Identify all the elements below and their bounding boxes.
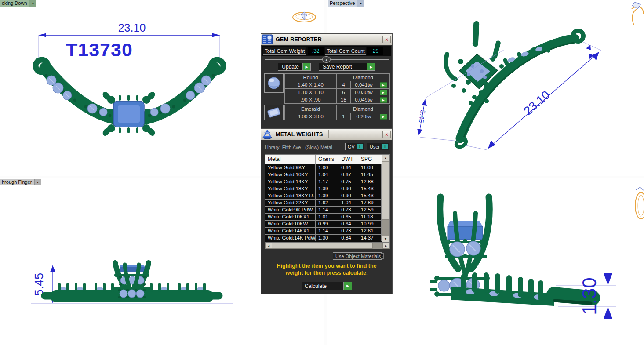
table-row[interactable]: Yellow Gold:22KY1.62 1.0417.89 (265, 199, 382, 206)
collapse-icon[interactable]: ▲ (322, 56, 331, 63)
metal-weights-panel: METAL WEIGHTS × Library: Fifth Ave - (Sl… (261, 128, 393, 294)
viewport-label-looking-down[interactable]: oking Down ▼ (0, 0, 36, 7)
pendant-closeup-view (430, 197, 593, 306)
gem-row[interactable]: 1.10 X 1.10 6 0.030tw ▶ (285, 89, 389, 96)
viewport-bottom-right-render[interactable]: 1.30 (413, 189, 644, 338)
column-header-grams[interactable]: Grams (316, 155, 338, 164)
instruction-text: Highlight the item you want to find the … (267, 262, 386, 276)
table-row[interactable]: White Gold:10KW0.99 0.6410.99 (265, 220, 382, 227)
gem-size: 1.40 X 1.40 (285, 81, 337, 88)
gem-row[interactable]: .90 X .90 18 0.049tw ▶ (285, 96, 389, 103)
pendant-side-view (45, 263, 219, 302)
scroll-right-icon[interactable]: ► (382, 243, 389, 249)
gem-weight: 0.049tw (351, 96, 377, 103)
save-report-button[interactable]: Save Report ▶ (319, 63, 375, 71)
gem-count: 18 (337, 96, 351, 103)
column-header-spg[interactable]: SPG (358, 155, 382, 164)
collapse-divider: ▲ (265, 59, 389, 60)
close-icon[interactable]: × (382, 36, 391, 43)
viewport-top-left-render[interactable]: 23.10 T13730 (26, 22, 246, 141)
dimension-text-thickness: 1.30 (579, 277, 600, 315)
table-row[interactable]: Yellow Gold:9KY1.00 0.6411.08 (265, 164, 382, 171)
total-gem-count-value: 29 (367, 47, 383, 55)
gem-row-action-button[interactable]: ▶ (380, 97, 387, 103)
panel-title: GEM REPORTER (274, 36, 322, 43)
table-row[interactable]: Yellow Gold:10KY1.04 0.6711.45 (265, 171, 382, 178)
chevron-down-icon[interactable]: ▼ (357, 0, 364, 7)
total-gem-weight-label: Total Gem Weight (263, 47, 306, 55)
play-icon: ▶ (343, 282, 352, 290)
calculate-button[interactable]: Calculate ▶ (302, 282, 352, 290)
titlebar-divider (327, 35, 327, 44)
scroll-up-icon[interactable]: ▲ (382, 155, 389, 161)
use-object-materials-label: Use Object Materials (333, 254, 381, 259)
gem-shape: Emerald (285, 105, 337, 113)
gem-group-header: Emerald Diamond (285, 105, 389, 113)
dimension-text-height: 5.45 (418, 109, 427, 123)
gem-row[interactable]: 1.40 X 1.40 4 0.041tw ▶ (285, 81, 389, 89)
wireframe-ring-icon (291, 10, 317, 24)
panel-title: METAL WEIGHTS (274, 131, 323, 138)
scroll-down-icon[interactable]: ▼ (382, 236, 389, 242)
table-row[interactable]: White Gold:10KX11.01 0.6511.18 (265, 213, 382, 220)
gem-reporter-titlebar[interactable]: GEM REPORTER × (261, 34, 392, 45)
cad-app-canvas: oking Down ▼ Perspective ▼ hrough Finger… (0, 0, 644, 345)
gem-type: Diamond (337, 105, 389, 113)
viewport-top-right-render[interactable]: 23.10 5.45 (411, 9, 644, 158)
scrollbar-thumb[interactable] (272, 243, 373, 249)
gem-reporter-panel: GEM REPORTER × Total Gem Weight .32 Tota… (261, 33, 393, 128)
gem-row[interactable]: 4.00 X 3.00 1 0.20tw ▶ (285, 113, 389, 120)
use-object-materials-button[interactable]: Use Object Materials ○ (333, 252, 382, 260)
table-row[interactable]: Yellow Gold:18KY1.39 0.9015.43 (265, 185, 382, 192)
gem-reporter-icon (262, 34, 273, 44)
table-header-row: Metal Grams DWT SPG (265, 155, 382, 164)
pendant-top-view (36, 60, 223, 137)
dimension-text-length: 23.10 (521, 88, 553, 118)
gem-row-action-button[interactable]: ▶ (380, 90, 387, 95)
play-icon: ▶ (367, 63, 375, 70)
radio-indicator-icon: ○ (381, 253, 384, 259)
user-toggle-button[interactable]: User I (367, 143, 389, 150)
library-label: Library: Fifth Ave - (Slow)-Metal (265, 145, 332, 150)
gem-totals-bar: Total Gem Weight .32 Total Gem Count 29 (262, 46, 391, 56)
gem-shape: Round (285, 74, 337, 81)
scale-icon (262, 129, 273, 139)
round-gem-icon (264, 73, 284, 93)
update-button-label: Update (278, 63, 302, 70)
part-number-label: T13730 (66, 39, 133, 60)
table-row[interactable]: Yellow Gold:14KY1.17 0.7512.88 (265, 178, 382, 185)
close-icon[interactable]: × (382, 131, 391, 138)
table-row[interactable]: White Gold:14KX11.14 0.7312.61 (265, 227, 382, 234)
horizontal-scrollbar[interactable]: ◄ ► (265, 243, 390, 249)
metal-weights-titlebar[interactable]: METAL WEIGHTS × (261, 129, 392, 140)
scroll-left-icon[interactable]: ◄ (265, 243, 272, 249)
gem-size: 4.00 X 3.00 (285, 113, 337, 120)
gem-row-action-button[interactable]: ▶ (380, 82, 387, 88)
table-row[interactable]: White Gold:9K PdW1.14 0.7312.59 (265, 206, 382, 213)
chevron-down-icon[interactable]: ▼ (34, 179, 41, 185)
gv-toggle-button[interactable]: GV I (345, 143, 364, 150)
viewport-label-text: Perspective (328, 0, 357, 7)
table-row[interactable]: White Gold:14K PdW1.30 0.8414.37 (265, 234, 382, 241)
gem-count: 1 (337, 113, 351, 120)
gv-toggle-label: GV (346, 144, 357, 149)
gem-weight: 0.030tw (351, 89, 377, 96)
column-header-metal[interactable]: Metal (265, 155, 316, 164)
pendant-perspective-view (446, 21, 583, 149)
scrollbar-thumb[interactable] (382, 162, 389, 220)
viewport-label-through-finger[interactable]: hrough Finger ▼ (0, 179, 41, 185)
viewport-label-perspective[interactable]: Perspective ▼ (328, 0, 364, 7)
vertical-scrollbar[interactable]: ▲ ▼ (382, 155, 389, 242)
table-row[interactable]: Yellow Gold:18KY R...1.39 0.9015.43 (265, 192, 382, 199)
gem-size: 1.10 X 1.10 (285, 89, 337, 96)
update-button[interactable]: Update ▶ (278, 63, 311, 71)
chevron-down-icon[interactable]: ▼ (29, 0, 36, 7)
total-gem-weight-value: .32 (308, 47, 324, 55)
gem-weight: 0.20tw (351, 113, 377, 120)
column-header-dwt[interactable]: DWT (338, 155, 358, 164)
gem-count: 4 (337, 81, 351, 88)
gem-row-action-button[interactable]: ▶ (380, 114, 387, 120)
viewport-bottom-left-render[interactable]: 5.45 (18, 246, 246, 316)
viewport-label-text: oking Down (0, 0, 29, 7)
gem-count: 6 (337, 89, 351, 96)
